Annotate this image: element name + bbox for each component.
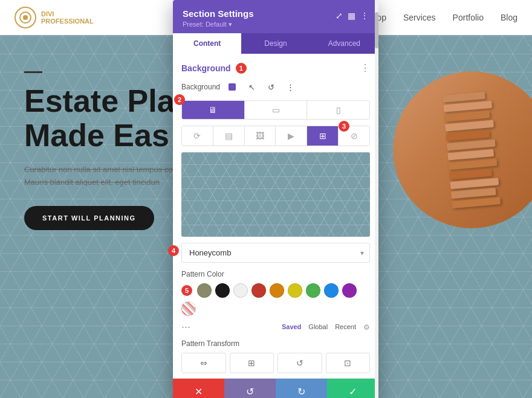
logo-text: DIVIPROFESSIONAL xyxy=(41,10,94,25)
flip-h-icon: ⇔ xyxy=(200,358,207,368)
hero-title-line2: Made Eas xyxy=(24,118,169,153)
svg-point-1 xyxy=(23,15,28,20)
modal-header-left: Section Settings Preset: Default ▾ xyxy=(183,8,254,28)
pattern-select[interactable]: Honeycomb Dots Stripes Chevron Plaid xyxy=(181,243,370,263)
device-desktop-btn[interactable]: 🖥 xyxy=(182,101,245,119)
color-tab-recent[interactable]: Recent xyxy=(335,323,356,332)
footer-undo-btn[interactable]: ↺ xyxy=(224,379,276,398)
undo-icon: ↺ xyxy=(246,386,254,397)
badge-2: 2 xyxy=(174,94,185,105)
color-swatch-orange[interactable] xyxy=(270,283,284,298)
modal-header: Section Settings Preset: Default ▾ ⤢ ▦ ⋮ xyxy=(173,0,378,33)
badge-1: 1 xyxy=(236,63,247,74)
more-icon[interactable]: ⋮ xyxy=(360,11,369,21)
bg-cursor-icon-btn[interactable]: ↖ xyxy=(244,80,259,94)
transform-rotate-btn[interactable]: ↺ xyxy=(277,353,322,373)
reset-icon: ↺ xyxy=(268,83,274,92)
transform-row: ⇔ ⊞ ↺ ⊡ xyxy=(181,353,370,373)
section-title-row: Background 1 xyxy=(181,63,247,74)
bg-type-pattern[interactable]: ⊞ xyxy=(307,126,339,146)
device-tablet-btn[interactable]: ▭ xyxy=(245,101,308,119)
footer-redo-btn[interactable]: ↻ xyxy=(276,379,327,398)
modal-body: Background 1 ⋮ Background ↖ ↺ ⋮ 2 xyxy=(173,54,378,373)
hero-dash xyxy=(24,71,42,73)
bg-type-image[interactable]: 🖼 xyxy=(245,126,276,146)
video-icon: ▶ xyxy=(288,131,294,141)
bg-color-icon-btn[interactable] xyxy=(225,80,239,94)
none-icon: ⊘ xyxy=(351,131,358,141)
color-swatch-custom-picker[interactable] xyxy=(181,301,196,316)
badge-5: 5 xyxy=(181,285,192,296)
bg-type-video[interactable]: ▶ xyxy=(276,126,307,146)
color-settings-icon[interactable]: ⚙ xyxy=(363,323,370,332)
footer-save-btn[interactable]: ✓ xyxy=(327,379,378,398)
color-meta-row: ··· Saved Global Recent ⚙ xyxy=(181,321,370,333)
color-swatch-green[interactable] xyxy=(306,283,320,298)
expand-icon[interactable]: ⤢ xyxy=(336,11,343,21)
jenga-blocks xyxy=(443,91,501,208)
gradient-icon: ▤ xyxy=(225,131,233,141)
color-swatches: 5 xyxy=(181,283,370,316)
phone-icon: ▯ xyxy=(336,105,341,115)
more-dots-icon: ⋮ xyxy=(287,83,294,92)
color-tab-global[interactable]: Global xyxy=(308,323,328,332)
logo-icon xyxy=(15,7,36,28)
scroll-track xyxy=(375,0,378,398)
flip-v-icon: ⊞ xyxy=(248,358,255,368)
color-swatch-purple[interactable] xyxy=(342,283,357,298)
transform-flip-v-btn[interactable]: ⊞ xyxy=(230,353,274,373)
redo-icon: ↻ xyxy=(297,386,305,397)
modal-footer: ✕ ↺ ↻ ✓ xyxy=(173,378,378,398)
hero-image-area xyxy=(375,35,532,398)
color-swatch-yellow[interactable] xyxy=(288,283,302,298)
section-menu-icon[interactable]: ⋮ xyxy=(360,62,370,74)
more-swatches: ··· xyxy=(181,321,190,333)
cursor-icon: ↖ xyxy=(248,83,255,92)
desktop-icon: 🖥 xyxy=(209,105,217,115)
pattern-select-row: Honeycomb Dots Stripes Chevron Plaid ▾ xyxy=(181,243,370,263)
tab-design[interactable]: Design xyxy=(241,33,310,54)
modal-preset[interactable]: Preset: Default ▾ xyxy=(183,21,254,28)
color-swatch-blue[interactable] xyxy=(324,283,339,298)
scroll-thumb[interactable] xyxy=(375,12,378,48)
transform-flip-h-btn[interactable]: ⇔ xyxy=(181,353,226,373)
nav-link-blog[interactable]: Blog xyxy=(501,13,517,22)
tab-advanced[interactable]: Advanced xyxy=(310,33,378,54)
bg-reset-icon-btn[interactable]: ↺ xyxy=(264,80,278,94)
transform-scale-btn[interactable]: ⊡ xyxy=(326,353,371,373)
color-swatch-white[interactable] xyxy=(233,283,248,298)
bg-more-icon-btn[interactable]: ⋮ xyxy=(283,80,297,94)
pattern-dropdown-container: 4 Honeycomb Dots Stripes Chevron Plaid ▾ xyxy=(181,243,370,263)
nav-link-portfolio[interactable]: Portfolio xyxy=(453,13,484,22)
color-tab-saved[interactable]: Saved xyxy=(282,323,301,332)
badge-3-wrapper: 3 xyxy=(339,121,349,132)
device-phone-btn[interactable]: ▯ xyxy=(307,101,369,119)
more-swatches-btn[interactable]: ··· xyxy=(181,321,190,333)
bg-preview xyxy=(181,152,370,237)
nav-link-services[interactable]: Services xyxy=(403,13,436,22)
badge-2-wrapper: 2 xyxy=(174,94,185,105)
pattern-icon: ⊞ xyxy=(319,131,326,141)
color-swatch-black[interactable] xyxy=(215,283,230,298)
bg-label: Background xyxy=(181,83,220,91)
section-title: Background xyxy=(181,63,231,73)
logo: DIVIPROFESSIONAL xyxy=(15,7,94,28)
color-swatch-red[interactable] xyxy=(251,283,266,298)
bg-type-gradient[interactable]: ▤ xyxy=(213,126,245,146)
footer-cancel-btn[interactable]: ✕ xyxy=(173,379,224,398)
bg-type-color[interactable]: ⟳ xyxy=(182,126,213,146)
tab-content[interactable]: Content xyxy=(173,33,241,54)
bg-type-container: ⟳ ▤ 🖼 ▶ ⊞ ⊘ 3 xyxy=(181,126,370,146)
jenga-illustration xyxy=(393,71,532,228)
color-swatch-custom[interactable] xyxy=(197,283,212,298)
image-icon: 🖼 xyxy=(256,131,264,141)
svg-rect-2 xyxy=(229,83,236,91)
save-icon: ✓ xyxy=(349,386,357,397)
section-header: Background 1 ⋮ xyxy=(181,62,370,74)
hero-image-circle xyxy=(393,71,532,228)
columns-icon[interactable]: ▦ xyxy=(348,11,355,21)
hero-cta-button[interactable]: Start Will Planning xyxy=(24,206,154,230)
badge-3: 3 xyxy=(339,121,349,132)
modal-title: Section Settings xyxy=(183,8,254,19)
hero-title-line1: Estate Plan xyxy=(24,83,193,118)
